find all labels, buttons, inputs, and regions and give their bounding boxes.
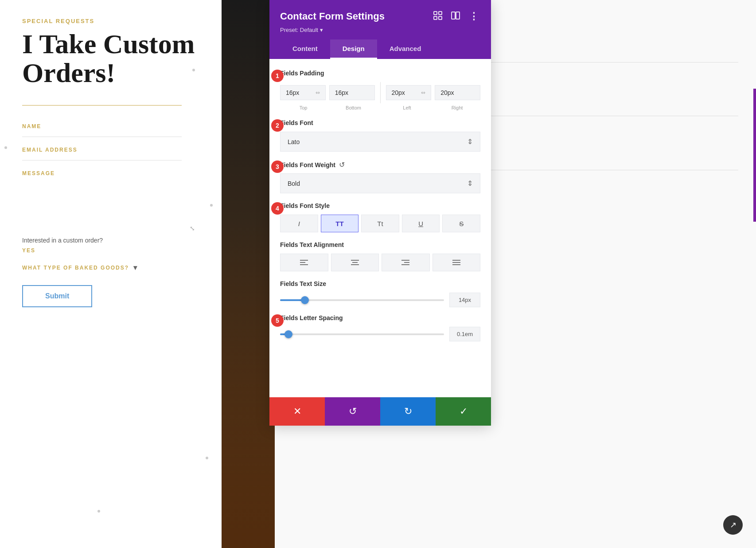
left-padding-input[interactable] xyxy=(392,89,420,96)
italic-style-btn[interactable]: I xyxy=(280,215,318,232)
tab-content[interactable]: Content xyxy=(280,39,330,59)
style-buttons-group: I TT Tt U S xyxy=(280,215,480,232)
panel-preset[interactable]: Preset: Default ▾ xyxy=(280,27,480,33)
middle-image xyxy=(222,0,275,548)
cancel-icon: ✕ xyxy=(293,406,301,417)
fields-padding-section: 1 Fields Padding ⇔ ⇔ xyxy=(280,70,480,110)
top-label: Top xyxy=(280,105,327,110)
redo-button[interactable]: ↻ xyxy=(380,397,436,426)
fields-font-weight-section: 3 Fields Font Weight ↺ Bold ⇕ xyxy=(280,160,480,193)
fields-font-weight-value: Bold xyxy=(288,180,300,187)
panel-title: Contact Form Settings xyxy=(280,11,385,22)
padding-inputs-row: ⇔ ⇔ xyxy=(280,82,480,103)
capitalize-style-btn[interactable]: Tt xyxy=(361,215,399,232)
svg-rect-0 xyxy=(434,12,437,15)
more-options-icon[interactable]: ⋮ xyxy=(467,9,480,24)
hero-title: I Take Custom Orders! xyxy=(22,30,199,87)
fields-font-style-section: 4 Fields Font Style I TT Tt U S xyxy=(280,202,480,232)
right-padding-group xyxy=(435,85,480,100)
link-icon-1: ⇔ xyxy=(316,90,320,96)
text-size-value-box: 14px xyxy=(449,293,480,307)
message-area: ⤡ xyxy=(22,184,199,237)
align-justify-btn[interactable] xyxy=(433,254,481,271)
undo-button[interactable]: ↺ xyxy=(325,397,380,426)
fields-text-alignment-section: Fields Text Alignment xyxy=(280,241,480,271)
decoration-dot xyxy=(206,457,208,459)
fields-font-section: 2 Fields Font Lato ⇕ xyxy=(280,119,480,152)
fields-font-weight-heading: Fields Font Weight xyxy=(280,161,335,168)
svg-rect-3 xyxy=(439,16,442,20)
cancel-button[interactable]: ✕ xyxy=(269,397,325,426)
dropdown-arrow-icon: ▾ xyxy=(133,263,138,272)
interested-text: Interested in a custom order? xyxy=(22,237,199,244)
text-size-slider-thumb[interactable] xyxy=(301,296,309,304)
tab-design[interactable]: Design xyxy=(330,39,377,59)
help-fab[interactable]: ↗ xyxy=(723,515,743,535)
align-left-btn[interactable] xyxy=(280,254,328,271)
right-padding-input[interactable] xyxy=(440,89,475,96)
name-separator xyxy=(22,137,182,137)
bottom-padding-group xyxy=(329,85,375,100)
step-badge-5: 5 xyxy=(271,314,284,327)
top-padding-group: ⇔ xyxy=(280,85,326,100)
fields-letter-spacing-section: 5 Fields Letter Spacing 0.1em xyxy=(280,314,480,341)
letter-spacing-slider-thumb[interactable] xyxy=(284,330,292,338)
step-badge-2: 2 xyxy=(271,119,284,132)
fields-padding-heading: Fields Padding xyxy=(280,70,480,77)
panel-tabs: Content Design Advanced xyxy=(280,39,480,59)
right-label: Right xyxy=(434,105,480,110)
align-center-btn[interactable] xyxy=(331,254,379,271)
undo-icon: ↺ xyxy=(349,406,357,417)
fw-label-row: Fields Font Weight ↺ xyxy=(280,160,480,169)
columns-icon[interactable] xyxy=(449,9,462,24)
baked-goods-dropdown[interactable]: WHAT TYPE OF BAKED GOODS? ▾ xyxy=(22,263,199,272)
fields-text-alignment-heading: Fields Text Alignment xyxy=(280,241,480,248)
step-badge-1: 1 xyxy=(271,70,284,82)
fields-font-select[interactable]: Lato ⇕ xyxy=(280,132,480,152)
strikethrough-style-btn[interactable]: S xyxy=(442,215,480,232)
fields-letter-spacing-heading: Fields Letter Spacing xyxy=(280,314,480,321)
underline-style-btn[interactable]: U xyxy=(402,215,440,232)
fields-font-weight-select[interactable]: Bold ⇕ xyxy=(280,173,480,193)
accent-bar xyxy=(753,89,756,222)
divider xyxy=(22,105,182,106)
align-right-btn[interactable] xyxy=(382,254,430,271)
svg-rect-2 xyxy=(434,16,437,20)
text-size-slider-track[interactable] xyxy=(280,299,444,301)
reset-icon[interactable]: ↺ xyxy=(339,160,345,169)
top-padding-input[interactable] xyxy=(286,89,314,96)
step-badge-4: 4 xyxy=(271,202,284,215)
decoration-dot xyxy=(192,69,195,71)
email-separator xyxy=(22,160,182,160)
link-icon-2: ⇔ xyxy=(421,90,425,96)
letter-spacing-value-box: 0.1em xyxy=(449,327,480,341)
save-button[interactable]: ✓ xyxy=(436,397,491,426)
bottom-label: Bottom xyxy=(330,105,377,110)
select-arrows-icon: ⇕ xyxy=(467,137,473,146)
fields-text-size-heading: Fields Text Size xyxy=(280,280,480,287)
letter-spacing-slider-track[interactable] xyxy=(280,333,444,335)
fullscreen-icon[interactable] xyxy=(432,9,444,24)
tab-advanced[interactable]: Advanced xyxy=(377,39,434,59)
special-requests-label: SPECIAL REQUESTS xyxy=(22,18,199,24)
fields-font-value: Lato xyxy=(288,138,300,145)
redo-icon: ↻ xyxy=(404,406,412,417)
email-label: EMAIL ADDRESS xyxy=(22,147,199,153)
padding-labels-row: Top Bottom Left Right xyxy=(280,105,480,110)
svg-rect-5 xyxy=(456,12,460,19)
image-overlay xyxy=(222,219,275,548)
decoration-dot xyxy=(210,204,213,207)
fields-text-size-section: Fields Text Size 14px xyxy=(280,280,480,307)
decoration-dot xyxy=(97,510,100,513)
bottom-padding-input[interactable] xyxy=(335,89,369,96)
submit-button[interactable]: Submit xyxy=(22,285,92,307)
left-padding-group: ⇔ xyxy=(386,85,432,100)
fields-font-heading: Fields Font xyxy=(280,119,480,126)
preset-label: Preset: Default xyxy=(280,27,318,33)
uppercase-style-btn[interactable]: TT xyxy=(321,215,359,232)
left-form-area: SPECIAL REQUESTS I Take Custom Orders! N… xyxy=(0,0,222,548)
panel-body: 1 Fields Padding ⇔ ⇔ xyxy=(269,59,491,397)
text-size-slider-row: 14px xyxy=(280,293,480,307)
step-badge-3: 3 xyxy=(271,160,284,173)
settings-panel: Contact Form Settings ⋮ Preset: Default … xyxy=(269,0,491,426)
